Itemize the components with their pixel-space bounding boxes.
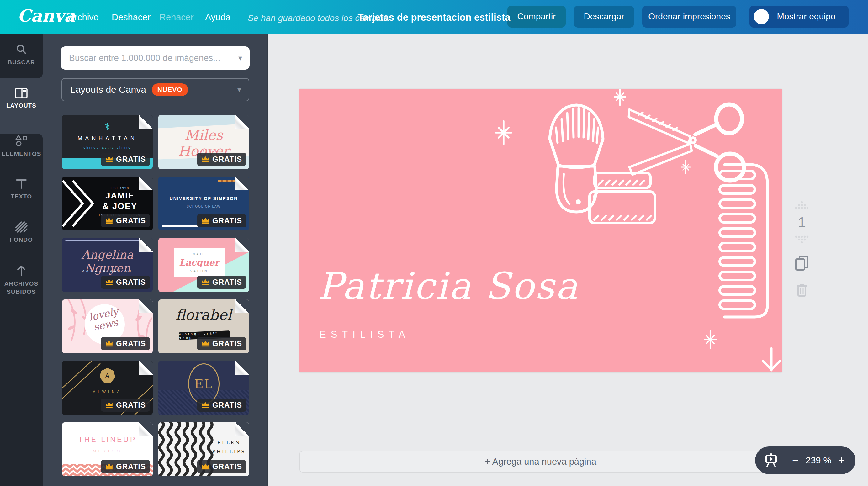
template-lacquer[interactable]: NAIL Lacquer SALON GRATIS bbox=[158, 238, 249, 292]
template-title: PHILLIPS bbox=[211, 449, 247, 454]
template-manhattan[interactable]: ⚕ MANHATTAN chiropractic clinic GRATIS bbox=[62, 115, 153, 169]
sidebar-item-fondo[interactable]: FONDO bbox=[0, 221, 43, 244]
gratis-badge: GRATIS bbox=[101, 460, 150, 473]
gratis-badge: GRATIS bbox=[101, 337, 150, 350]
gratis-badge: GRATIS bbox=[101, 153, 150, 166]
template-angelina-nguyen[interactable]: Angelina Nguyen MAKEUP ARTIST GRATIS bbox=[62, 238, 153, 292]
add-page-button[interactable]: + Agrega una nueva página bbox=[300, 451, 782, 473]
dropdown-label: Layouts de Canva bbox=[70, 84, 146, 95]
share-button[interactable]: Compartir bbox=[507, 6, 566, 28]
sidebar-item-buscar[interactable]: BUSCAR bbox=[0, 43, 43, 66]
crown-icon bbox=[105, 279, 113, 286]
crown-icon bbox=[105, 217, 113, 224]
present-icon[interactable] bbox=[765, 453, 778, 468]
move-page-down-icon[interactable] bbox=[794, 233, 809, 244]
sidebar-item-elementos[interactable]: ELEMENTOS bbox=[0, 135, 43, 158]
show-team-label: Mostrar equipo bbox=[777, 11, 836, 22]
page-tools: 1 bbox=[792, 201, 812, 298]
zoom-out-button[interactable]: − bbox=[792, 455, 799, 466]
show-team-button[interactable]: Mostrar equipo bbox=[749, 6, 848, 28]
zoom-in-button[interactable]: + bbox=[838, 455, 845, 466]
page-curl-icon bbox=[235, 361, 249, 375]
menu-rehacer[interactable]: Rehacer bbox=[159, 12, 194, 23]
text-icon bbox=[16, 178, 27, 189]
sidebar-label: ARCHIVOS SUBIDOS bbox=[2, 280, 40, 296]
template-alwina[interactable]: A ALWINA GRATIS bbox=[62, 361, 153, 415]
add-page-label: + Agrega una nueva página bbox=[485, 457, 596, 467]
template-el-monogram[interactable]: EL GRATIS bbox=[158, 361, 249, 415]
menu-archivo[interactable]: Archivo bbox=[68, 12, 99, 23]
crown-icon bbox=[201, 156, 210, 163]
template-title: THE LINEUP bbox=[62, 435, 153, 444]
template-title: JAMIE bbox=[90, 191, 150, 201]
page-curl-icon bbox=[139, 422, 153, 436]
upload-icon bbox=[16, 265, 27, 277]
card-name-text[interactable]: Patricia Sosa bbox=[318, 264, 579, 308]
sidebar-label: BUSCAR bbox=[7, 58, 35, 66]
divider bbox=[784, 452, 785, 469]
template-title: ELLEN bbox=[211, 440, 247, 446]
template-title: ALWINA bbox=[62, 390, 153, 394]
template-lovely-sews[interactable]: lovely sews GRATIS bbox=[62, 299, 153, 353]
shapes-icon bbox=[15, 135, 28, 147]
template-florabel[interactable]: florabel vintage craft shop GRATIS bbox=[158, 299, 249, 353]
template-grid: ⚕ MANHATTAN chiropractic clinic GRATIS M… bbox=[62, 115, 249, 476]
gratis-badge: GRATIS bbox=[197, 337, 246, 350]
search-input[interactable] bbox=[61, 47, 250, 70]
design-card[interactable]: Patricia Sosa ESTILISTA bbox=[300, 89, 782, 372]
cream-jar-art bbox=[590, 173, 655, 223]
page-number: 1 bbox=[798, 214, 806, 231]
sidebar-label: LAYOUTS bbox=[6, 101, 36, 110]
template-title: EL bbox=[194, 376, 213, 391]
layouts-dropdown[interactable]: Layouts de Canva NUEVO ▾ bbox=[61, 78, 249, 101]
page-curl-icon bbox=[235, 422, 249, 436]
comb-art bbox=[720, 164, 767, 317]
template-title: & JOEY bbox=[90, 202, 150, 211]
page-curl-icon bbox=[139, 238, 153, 252]
crown-icon bbox=[201, 402, 210, 409]
page-curl-icon bbox=[235, 238, 249, 252]
template-title: MANHATTAN bbox=[62, 135, 153, 142]
sidebar-item-archivos-subidos[interactable]: ARCHIVOS SUBIDOS bbox=[0, 265, 43, 296]
delete-page-icon[interactable] bbox=[795, 282, 809, 298]
order-prints-button[interactable]: Ordenar impresiones bbox=[642, 6, 736, 28]
zoom-level[interactable]: 239 % bbox=[806, 455, 831, 466]
accent-dash bbox=[218, 180, 238, 182]
document-title[interactable]: Tarjetas de presentacion estilista bbox=[358, 12, 510, 23]
canva-logo[interactable]: Canva bbox=[18, 6, 75, 26]
inner-card: NAIL Lacquer SALON bbox=[174, 248, 224, 277]
panel-divider bbox=[268, 34, 268, 486]
template-subtitle: ACTRESS bbox=[158, 149, 249, 153]
card-role-text[interactable]: ESTILISTA bbox=[319, 329, 410, 340]
template-ellen-phillips[interactable]: ELLEN PHILLIPS GRATIS bbox=[158, 422, 249, 476]
menu-deshacer[interactable]: Deshacer bbox=[112, 12, 151, 23]
gratis-badge: GRATIS bbox=[197, 214, 246, 227]
template-subtitle: SCHOOL OF LAW bbox=[158, 205, 249, 208]
download-button[interactable]: Descargar bbox=[574, 6, 634, 28]
nuevo-badge: NUEVO bbox=[152, 83, 188, 96]
template-miles-hoover[interactable]: Miles Hoover ACTRESS GRATIS bbox=[158, 115, 249, 169]
template-subtitle: chiropractic clinic bbox=[62, 146, 153, 149]
monogram-letter: A bbox=[105, 372, 110, 380]
duplicate-page-icon[interactable] bbox=[794, 255, 810, 271]
crown-icon bbox=[105, 402, 113, 409]
menu-ayuda[interactable]: Ayuda bbox=[205, 12, 231, 23]
zoom-toolbar: − 239 % + bbox=[755, 447, 856, 474]
sidebar-item-layouts[interactable]: LAYOUTS bbox=[0, 88, 43, 110]
sidebar-item-texto[interactable]: TEXTO bbox=[0, 178, 43, 201]
move-page-up-icon[interactable] bbox=[794, 201, 809, 211]
gratis-badge: GRATIS bbox=[197, 276, 246, 289]
page-curl-icon bbox=[139, 177, 153, 190]
template-jamie-joey[interactable]: EST.1990 JAMIE & JOEY INTERIOR DESIGN GR… bbox=[62, 177, 153, 231]
template-university-simpson[interactable]: UNIVERSITY OF SIMPSON SCHOOL OF LAW GRAT… bbox=[158, 177, 249, 231]
gratis-badge: GRATIS bbox=[197, 460, 246, 473]
page-curl-icon bbox=[139, 299, 153, 313]
scissors-art bbox=[629, 104, 744, 181]
page-curl-icon bbox=[235, 177, 249, 190]
sidebar-label: FONDO bbox=[10, 236, 33, 244]
gratis-badge: GRATIS bbox=[101, 398, 150, 412]
page-curl-icon bbox=[139, 361, 153, 375]
search-box: ▾ bbox=[61, 47, 250, 70]
template-subtitle: SALON bbox=[190, 269, 209, 273]
template-the-lineup[interactable]: THE LINEUP MEXICO GRATIS bbox=[62, 422, 153, 476]
